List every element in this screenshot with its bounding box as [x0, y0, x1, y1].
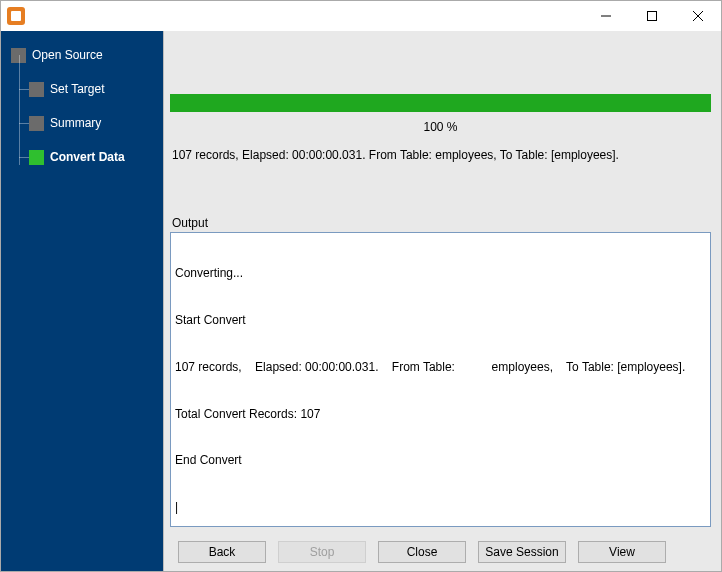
stop-button: Stop [278, 541, 366, 563]
output-textarea[interactable]: Converting... Start Convert 107 records,… [170, 232, 711, 527]
sidebar-item-convert-data[interactable]: Convert Data [1, 143, 163, 171]
step-icon [29, 150, 44, 165]
sidebar: Open Source Set Target Summary Convert D… [1, 31, 163, 571]
titlebar-left [1, 7, 25, 25]
output-line: Total Convert Records: 107 [175, 407, 706, 423]
step-icon [29, 82, 44, 97]
sidebar-item-label: Open Source [32, 48, 103, 62]
progress-bar [170, 94, 711, 112]
save-session-button[interactable]: Save Session [478, 541, 566, 563]
close-button[interactable]: Close [378, 541, 466, 563]
view-button[interactable]: View [578, 541, 666, 563]
sidebar-item-label: Convert Data [50, 150, 125, 164]
output-line: 107 records, Elapsed: 00:00:00.031. From… [175, 360, 706, 376]
back-button[interactable]: Back [178, 541, 266, 563]
progress-area: 100 % [170, 39, 711, 148]
sidebar-item-set-target[interactable]: Set Target [1, 75, 163, 103]
text-cursor [175, 500, 706, 516]
output-line: End Convert [175, 453, 706, 469]
main: 100 % 107 records, Elapsed: 00:00:00.031… [163, 31, 721, 571]
app-icon [7, 7, 25, 25]
sidebar-item-label: Summary [50, 116, 101, 130]
sidebar-item-open-source[interactable]: Open Source [1, 41, 163, 69]
spacer [170, 162, 711, 216]
minimize-button[interactable] [583, 1, 629, 31]
progress-percent: 100 % [170, 112, 711, 148]
output-line: Converting... [175, 266, 706, 282]
step-icon [29, 116, 44, 131]
output-label: Output [170, 216, 711, 232]
window: Open Source Set Target Summary Convert D… [0, 0, 722, 572]
window-controls [583, 1, 721, 31]
svg-rect-1 [648, 12, 657, 21]
sidebar-item-label: Set Target [50, 82, 104, 96]
close-window-button[interactable] [675, 1, 721, 31]
maximize-button[interactable] [629, 1, 675, 31]
button-row: Back Stop Close Save Session View [163, 533, 721, 571]
main-content: 100 % 107 records, Elapsed: 00:00:00.031… [163, 31, 721, 533]
titlebar [1, 1, 721, 31]
output-line: Start Convert [175, 313, 706, 329]
sidebar-item-summary[interactable]: Summary [1, 109, 163, 137]
status-line: 107 records, Elapsed: 00:00:00.031. From… [170, 148, 711, 162]
body: Open Source Set Target Summary Convert D… [1, 31, 721, 571]
